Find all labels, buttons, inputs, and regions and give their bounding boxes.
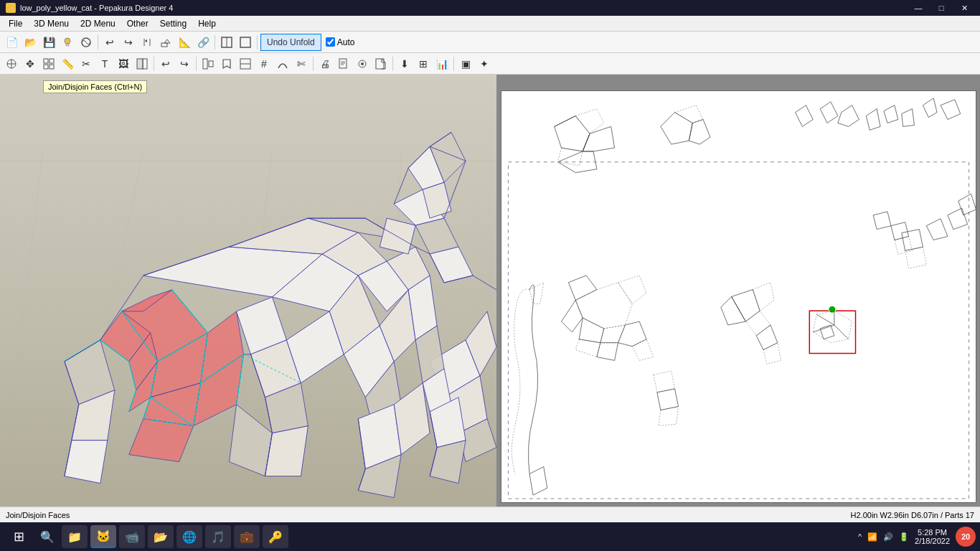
2d-shapes-svg [501, 91, 976, 502]
main-content: Join/Disjoin Faces (Ctrl+N) 6.07in [0, 75, 980, 507]
taskbar-spotify[interactable]: 🎵 [205, 525, 231, 548]
svg-marker-122 [732, 290, 760, 321]
toolbar2-sep-3 [313, 57, 314, 71]
menu-setting[interactable]: Setting [154, 16, 192, 32]
taskbar-battery-icon: 🔋 [899, 532, 909, 542]
mirror-button[interactable] [138, 34, 156, 51]
svg-marker-144 [654, 371, 675, 392]
taskbar-lastpass[interactable]: 🔑 [263, 525, 288, 548]
svg-line-131 [816, 314, 834, 325]
svg-point-0 [65, 38, 70, 44]
cut-tool[interactable]: ✂ [77, 55, 95, 72]
taskbar-chevron[interactable]: ^ [858, 532, 862, 541]
menu-help[interactable]: Help [192, 16, 222, 32]
2d-paper-area[interactable] [501, 90, 976, 503]
undo-unfold-button[interactable]: Undo Unfold [260, 34, 321, 51]
grid-tool[interactable] [40, 55, 57, 72]
single-view-button[interactable] [237, 34, 254, 51]
image-tool[interactable]: 🖼 [115, 55, 132, 72]
move-face-button[interactable] [157, 34, 174, 51]
svg-marker-118 [568, 276, 597, 301]
minimize-button[interactable]: — [908, 2, 928, 14]
status-left: Join/Disjoin Faces [6, 511, 70, 519]
menu-3d[interactable]: 3D Menu [28, 16, 75, 32]
auto-checkbox[interactable] [326, 37, 335, 47]
svg-rect-128 [809, 311, 855, 353]
taskbar-file-explorer[interactable]: 📁 [62, 525, 88, 548]
svg-marker-119 [632, 339, 654, 361]
print-button[interactable]: 🖨 [316, 55, 334, 72]
2d-panel[interactable] [497, 75, 980, 507]
bend-button[interactable] [274, 55, 291, 72]
svg-marker-108 [941, 100, 961, 120]
svg-marker-105 [884, 105, 898, 123]
svg-rect-109 [508, 162, 969, 499]
taskbar-slack[interactable]: 💼 [234, 525, 260, 548]
svg-marker-100 [689, 120, 710, 145]
move-tool[interactable]: ✥ [22, 55, 39, 72]
measure-tool[interactable]: 📏 [59, 55, 76, 72]
svg-marker-117 [618, 276, 647, 304]
scale-button[interactable]: 📐 [176, 34, 193, 51]
title-bar: low_poly_yellow_cat - Pepakura Designer … [0, 0, 980, 16]
new-button[interactable]: 📄 [3, 34, 20, 51]
auto-check-label[interactable]: Auto [323, 37, 358, 47]
svg-rect-15 [143, 59, 147, 69]
unfold-button[interactable] [199, 55, 217, 72]
taskbar-teams[interactable]: 📹 [119, 525, 145, 548]
parts-button[interactable] [237, 55, 254, 72]
mark-button[interactable] [218, 55, 235, 72]
link-button[interactable]: 🔗 [194, 34, 212, 51]
chart-button[interactable]: 📊 [433, 55, 451, 72]
undo-button[interactable]: ↩ [157, 55, 174, 72]
taskbar-files2[interactable]: 📂 [148, 525, 174, 548]
toolbar2-sep-1 [154, 57, 154, 71]
table-button[interactable]: ⊞ [415, 55, 432, 72]
taskbar-clock[interactable]: 5:28 PM 2/18/2022 [915, 528, 950, 545]
window-controls: — □ ✕ [908, 2, 974, 14]
maximize-button[interactable]: □ [931, 2, 951, 14]
save-pdf-button[interactable] [372, 55, 390, 72]
taskbar-chrome[interactable]: 🌐 [176, 525, 202, 548]
svg-marker-121 [575, 339, 600, 357]
page-setup-button[interactable] [335, 55, 352, 72]
text-tool[interactable]: T [96, 55, 113, 72]
light-button[interactable] [59, 34, 76, 51]
svg-marker-125 [763, 343, 781, 364]
start-button[interactable]: ⊞ [4, 525, 33, 548]
down-arrow-button[interactable]: ⬇ [396, 55, 413, 72]
open-button[interactable]: 📂 [22, 34, 39, 51]
menu-2d[interactable]: 2D Menu [75, 16, 121, 32]
select-tool[interactable] [3, 55, 20, 72]
svg-marker-124 [756, 325, 778, 350]
num-button[interactable]: # [255, 55, 273, 72]
cut2-button[interactable]: ✄ [293, 55, 310, 72]
taskbar-notification-badge[interactable]: 20 [956, 527, 976, 547]
save-button[interactable]: 💾 [40, 34, 57, 51]
search-button[interactable]: 🔍 [36, 525, 59, 548]
rotate-right-button[interactable]: ↪ [120, 34, 137, 51]
svg-marker-102 [820, 102, 838, 123]
menu-other[interactable]: Other [121, 16, 154, 32]
texture-button[interactable] [77, 34, 95, 51]
menu-file[interactable]: File [3, 16, 28, 32]
print-preview-button[interactable] [354, 55, 371, 72]
rotate-left-button[interactable]: ↩ [101, 34, 118, 51]
taskbar: ⊞ 🔍 📁 🐱 📹 📂 🌐 🎵 💼 🔑 ^ 📶 🔊 🔋 5:28 PM 2/18… [0, 522, 980, 551]
svg-marker-106 [902, 109, 915, 127]
3d-viewport [0, 75, 496, 507]
rect-view-button[interactable] [218, 34, 235, 51]
status-bar: Join/Disjoin Faces H2.00in W2.96in D6.07… [0, 507, 980, 522]
toolbar-1: 📄 📂 💾 ↩ ↪ 📐 🔗 Undo Unfold Auto [0, 32, 980, 53]
redo-button[interactable]: ↪ [176, 55, 193, 72]
svg-marker-115 [562, 300, 583, 331]
3d-panel[interactable]: Join/Disjoin Faces (Ctrl+N) 6.07in [0, 75, 497, 507]
multi-select-button[interactable]: ✦ [476, 55, 493, 72]
svg-rect-6 [240, 37, 250, 47]
3d-view-toggle[interactable] [133, 55, 151, 72]
close-button[interactable]: ✕ [954, 2, 974, 14]
svg-marker-80 [65, 441, 108, 484]
svg-marker-116 [579, 318, 604, 343]
taskbar-pepakura[interactable]: 🐱 [90, 525, 116, 548]
select-2d-button[interactable]: ▣ [457, 55, 474, 72]
